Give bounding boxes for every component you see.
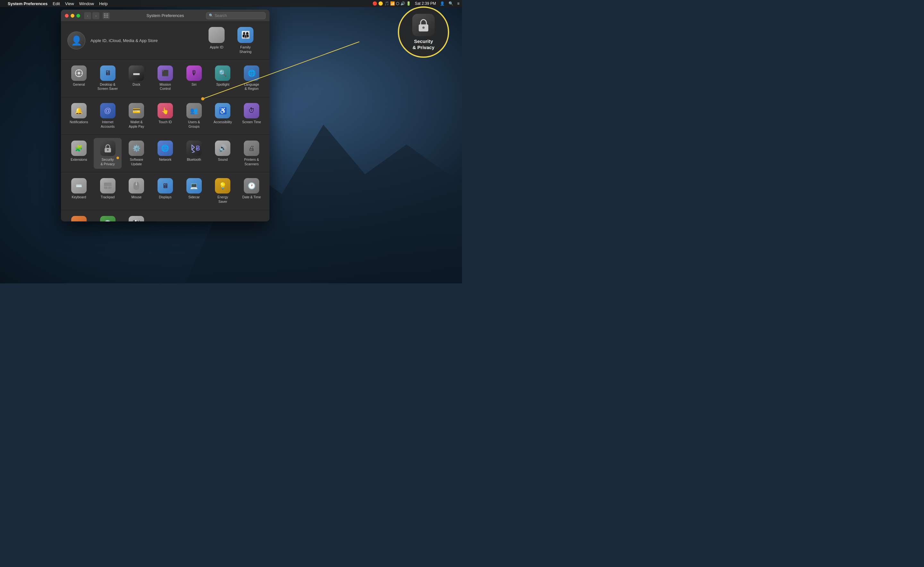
sound-label: Sound bbox=[218, 158, 228, 162]
general-icon bbox=[71, 66, 87, 81]
search-icon: 🔍 bbox=[209, 14, 213, 18]
extensions-label: Extensions bbox=[70, 158, 87, 162]
pref-item-sound[interactable]: 🔊 Sound bbox=[209, 138, 237, 169]
pref-item-network[interactable]: 🌐 Network bbox=[151, 138, 179, 169]
spotlight-icon: 🔍 bbox=[215, 66, 230, 81]
menubar-view[interactable]: View bbox=[65, 1, 74, 6]
menubar-edit[interactable]: Edit bbox=[52, 1, 60, 6]
pref-item-internet-accounts[interactable]: @ InternetAccounts bbox=[94, 100, 122, 131]
extensions-icon: 🧩 bbox=[71, 141, 87, 156]
maximize-button[interactable] bbox=[76, 14, 80, 18]
nav-buttons: ‹ › bbox=[84, 12, 99, 19]
menubar-window[interactable]: Window bbox=[79, 1, 94, 6]
pref-item-startup-disk[interactable]: 💾 StartupDisk bbox=[122, 213, 150, 221]
apple-id-label: Apple ID bbox=[210, 45, 223, 50]
pref-item-language-region[interactable]: 🌐 Language& Region bbox=[237, 63, 266, 94]
pref-grid-row4: ⌨️ Keyboard Trackpad Mous bbox=[61, 172, 270, 210]
pref-grid-row2: 🔔 Notifications @ InternetAccounts 💳 Wal… bbox=[61, 97, 270, 135]
pref-item-security-privacy[interactable]: Security& Privacy bbox=[94, 138, 122, 169]
pref-item-wallet-applepay[interactable]: 💳 Wallet &Apple Pay bbox=[122, 100, 150, 131]
pref-item-mission-control[interactable]: ⬛ MissionControl bbox=[151, 63, 179, 94]
grid-icon bbox=[104, 14, 108, 18]
time-machine-icon: 🕐 bbox=[100, 216, 116, 221]
dock-label: Dock bbox=[132, 82, 140, 87]
close-button[interactable] bbox=[65, 14, 69, 18]
menubar-user-icon[interactable]: 👤 bbox=[440, 1, 445, 6]
pref-grid-row1: General 🖥 Desktop &Screen Saver ▬ Dock ⬛… bbox=[61, 60, 270, 97]
mouse-label: Mouse bbox=[132, 195, 142, 200]
titlebar: ‹ › System Preferences 🔍 bbox=[61, 10, 270, 22]
minimize-button[interactable] bbox=[70, 14, 74, 18]
pref-item-sharing[interactable]: 📁 Sharing bbox=[65, 213, 93, 221]
pref-item-sidecar[interactable]: 💻 Sidecar bbox=[180, 176, 208, 206]
date-time-icon: 🕐 bbox=[244, 178, 259, 194]
pref-item-displays[interactable]: 🖥 Displays bbox=[151, 176, 179, 206]
internet-accounts-label: InternetAccounts bbox=[101, 120, 114, 129]
pref-item-extensions[interactable]: 🧩 Extensions bbox=[65, 138, 93, 169]
pref-item-general[interactable]: General bbox=[65, 63, 93, 94]
pref-item-users-groups[interactable]: 👥 Users &Groups bbox=[180, 100, 208, 131]
pref-item-apple-id[interactable]: Apple ID bbox=[206, 27, 228, 54]
pref-item-family-sharing[interactable]: 👨‍👩‍👧 Family Sharing bbox=[234, 27, 256, 54]
search-box[interactable]: 🔍 bbox=[206, 12, 266, 19]
system-preferences-window: ‹ › System Preferences 🔍 👤 Apple ID, iCl… bbox=[61, 10, 270, 221]
security-privacy-icon bbox=[100, 141, 116, 156]
general-label: General bbox=[73, 82, 85, 87]
pref-item-bluetooth[interactable]: Ƀ Bluetooth bbox=[180, 138, 208, 169]
annotation-label: Security & Privacy bbox=[412, 38, 434, 51]
language-region-label: Language& Region bbox=[244, 82, 259, 91]
svg-point-15 bbox=[423, 26, 425, 28]
displays-label: Displays bbox=[159, 195, 172, 200]
menubar-siri-icon[interactable]: ≡ bbox=[457, 1, 459, 6]
screen-time-label: Screen Time bbox=[242, 120, 261, 124]
menubar: System Preferences Edit View Window Help… bbox=[0, 0, 462, 7]
pref-item-dock[interactable]: ▬ Dock bbox=[122, 63, 150, 94]
wallet-applepay-icon: 💳 bbox=[129, 103, 144, 118]
family-sharing-icon: 👨‍👩‍👧 bbox=[237, 27, 254, 43]
annotation-big-icon bbox=[412, 14, 435, 36]
desktop-screensaver-label: Desktop &Screen Saver bbox=[98, 82, 118, 91]
energy-saver-label: EnergySaver bbox=[218, 195, 228, 204]
pref-item-mouse[interactable]: Mouse bbox=[122, 176, 150, 206]
dot-indicator bbox=[117, 157, 119, 159]
security-privacy-label: Security& Privacy bbox=[100, 158, 114, 166]
software-update-icon: ⚙️ bbox=[129, 141, 144, 156]
internet-accounts-icon: @ bbox=[100, 103, 116, 118]
pref-item-printers-scanners[interactable]: 🖨 Printers &Scanners bbox=[237, 138, 266, 169]
software-update-label: SoftwareUpdate bbox=[130, 158, 143, 166]
pref-item-siri[interactable]: 🎙 Siri bbox=[180, 63, 208, 94]
mission-control-label: MissionControl bbox=[159, 82, 171, 91]
pref-item-notifications[interactable]: 🔔 Notifications bbox=[65, 100, 93, 131]
pref-item-software-update[interactable]: ⚙️ SoftwareUpdate bbox=[122, 138, 150, 169]
pref-item-keyboard[interactable]: ⌨️ Keyboard bbox=[65, 176, 93, 206]
profile-subtitle: Apple ID, iCloud, Media & App Store bbox=[90, 38, 158, 43]
annotation-circle: Security & Privacy bbox=[398, 6, 449, 58]
menubar-time: Sat 2:39 PM bbox=[415, 1, 436, 6]
pref-item-time-machine[interactable]: 🕐 TimeMachine bbox=[94, 213, 122, 221]
pref-item-touch-id[interactable]: 👆 Touch ID bbox=[151, 100, 179, 131]
menubar-help[interactable]: Help bbox=[99, 1, 108, 6]
menubar-left: System Preferences Edit View Window Help bbox=[3, 1, 108, 6]
printers-scanners-label: Printers &Scanners bbox=[244, 158, 259, 166]
siri-icon: 🎙 bbox=[186, 66, 202, 81]
users-groups-label: Users &Groups bbox=[188, 120, 200, 129]
pref-item-spotlight[interactable]: 🔍 Spotlight bbox=[209, 63, 237, 94]
forward-button[interactable]: › bbox=[92, 12, 99, 19]
pref-item-desktop-screensaver[interactable]: 🖥 Desktop &Screen Saver bbox=[94, 63, 122, 94]
profile-row[interactable]: 👤 Apple ID, iCloud, Media & App Store Ap… bbox=[61, 22, 270, 60]
menubar-search-icon[interactable]: 🔍 bbox=[448, 1, 453, 6]
avatar-icon: 👤 bbox=[71, 35, 82, 46]
displays-icon: 🖥 bbox=[158, 178, 173, 194]
apple-id-icon bbox=[208, 27, 225, 43]
printers-scanners-icon: 🖨 bbox=[244, 141, 259, 156]
pref-item-energy-saver[interactable]: 💡 EnergySaver bbox=[209, 176, 237, 206]
grid-view-button[interactable] bbox=[103, 12, 110, 19]
back-button[interactable]: ‹ bbox=[84, 12, 91, 19]
pref-item-accessibility[interactable]: ♿ Accessibility bbox=[209, 100, 237, 131]
notifications-label: Notifications bbox=[70, 120, 88, 124]
search-input[interactable] bbox=[214, 14, 263, 18]
accessibility-label: Accessibility bbox=[214, 120, 232, 124]
pref-item-screen-time[interactable]: ⏱ Screen Time bbox=[237, 100, 266, 131]
pref-item-date-time[interactable]: 🕐 Date & Time bbox=[237, 176, 266, 206]
pref-item-trackpad[interactable]: Trackpad bbox=[94, 176, 122, 206]
